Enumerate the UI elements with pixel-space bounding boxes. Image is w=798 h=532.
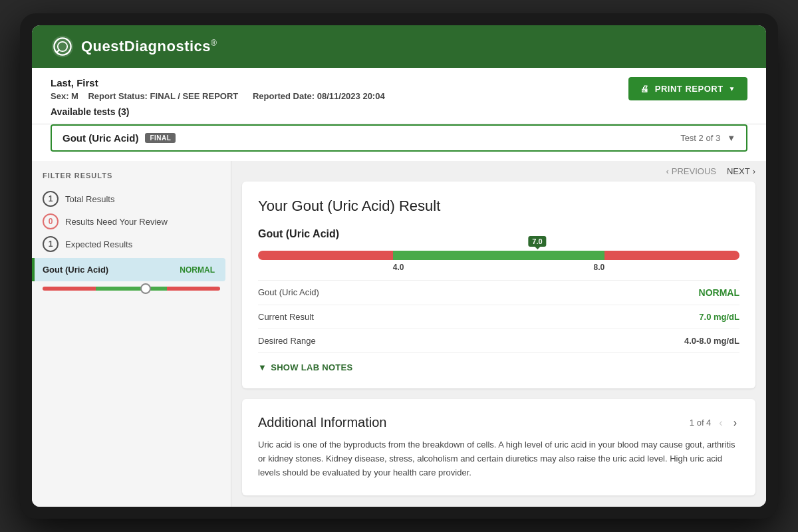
info-card-header: Additional Information 1 of 4 ‹ › — [258, 415, 739, 430]
sex-value: M — [71, 91, 78, 101]
patient-name: Last, First — [51, 77, 385, 88]
slider-track[interactable] — [43, 287, 220, 291]
additional-info-card: Additional Information 1 of 4 ‹ › Uric a… — [242, 399, 755, 495]
range-high: 8.0 — [594, 263, 605, 272]
sex-label: Sex: — [51, 91, 68, 101]
next-button[interactable]: NEXT › — [727, 166, 755, 176]
test-dropdown[interactable]: Gout (Uric Acid) FINAL Test 2 of 3 ▼ — [51, 124, 747, 152]
dropdown-chevron-icon: ▼ — [727, 133, 735, 143]
logo-text: QuestDiagnostics® — [81, 38, 217, 55]
status-value: NORMAL — [699, 287, 739, 298]
content-panel: ‹ PREVIOUS NEXT › Your Gout (Uric Acid) … — [231, 161, 766, 507]
svg-point-0 — [52, 36, 73, 57]
logo-quest: Quest — [81, 38, 124, 55]
slider-thumb[interactable] — [140, 283, 151, 294]
test-dropdown-left: Gout (Uric Acid) FINAL — [63, 132, 176, 144]
prev-page-button[interactable]: ‹ — [716, 416, 725, 430]
range-bar — [258, 251, 739, 260]
additional-info-title: Additional Information — [258, 415, 386, 430]
available-tests: Available tests (3) — [51, 106, 385, 117]
date-value: 08/11/2023 20:04 — [317, 91, 385, 101]
result-row-desired: Desired Range 4.0-8.0 mg/dL — [258, 329, 739, 353]
filter-label-review: Results Need Your Review — [65, 217, 168, 227]
range-bar-wrapper: 7.0 — [258, 251, 739, 260]
test-dropdown-right: Test 2 of 3 ▼ — [680, 133, 735, 143]
filter-label-expected: Expected Results — [65, 239, 132, 249]
show-lab-notes-label: SHOW LAB NOTES — [271, 362, 352, 372]
nav-bar: ‹ PREVIOUS NEXT › — [231, 161, 766, 182]
print-report-button[interactable]: 🖨 PRINT REPORT ▼ — [628, 77, 747, 100]
result-row-status: Gout (Uric Acid) NORMAL — [258, 281, 739, 305]
chevron-down-icon: ▼ — [729, 85, 735, 92]
result-row-current: Current Result 7.0 mg/dL — [258, 305, 739, 329]
patient-meta: Sex: M Report Status: FINAL / SEE REPORT… — [51, 91, 385, 101]
logo-reg: ® — [211, 39, 217, 48]
desired-range-value: 4.0-8.0 mg/dL — [684, 336, 739, 346]
sidebar-test-item-gout[interactable]: Gout (Uric Acid) NORMAL — [32, 258, 225, 281]
filter-badge-review: 0 — [43, 213, 59, 229]
logo-diagnostics: Diagnostics — [124, 38, 211, 55]
range-labels: 4.0 8.0 — [258, 263, 739, 272]
range-bar-container: 7.0 4.0 8.0 — [258, 251, 739, 272]
result-table: Gout (Uric Acid) NORMAL Current Result 7… — [258, 280, 739, 353]
range-low: 4.0 — [393, 263, 404, 272]
filter-total-results: 1 Total Results — [32, 188, 231, 210]
print-label: PRINT REPORT — [655, 84, 724, 94]
test-selector-bar: Gout (Uric Acid) FINAL Test 2 of 3 ▼ — [32, 124, 766, 161]
filter-needs-review: 0 Results Need Your Review — [32, 210, 231, 233]
sidebar-test-name: Gout (Uric Acid) — [43, 265, 108, 275]
filter-label-total: Total Results — [65, 194, 114, 204]
value-indicator: 7.0 — [528, 236, 546, 247]
filter-badge-expected: 1 — [43, 236, 59, 252]
next-page-button[interactable]: › — [731, 416, 739, 430]
quest-logo-icon — [51, 35, 74, 59]
chevron-right-icon: › — [753, 166, 755, 176]
chevron-down-small-icon: ▼ — [258, 362, 267, 372]
current-result-label: Current Result — [258, 312, 314, 322]
result-card: Your Gout (Uric Acid) Result Gout (Uric … — [242, 182, 755, 388]
info-pagination: 1 of 4 ‹ › — [690, 416, 739, 430]
device-frame: QuestDiagnostics® Last, First Sex: M Rep… — [20, 13, 778, 519]
sidebar-test-status: NORMAL — [180, 265, 215, 275]
previous-label: PREVIOUS — [672, 166, 716, 176]
result-subtitle: Gout (Uric Acid) — [258, 228, 739, 240]
final-badge: FINAL — [145, 133, 176, 143]
status-label: Report Status: — [88, 91, 148, 101]
filter-title: FILTER RESULTS — [32, 172, 231, 188]
header: QuestDiagnostics® — [32, 25, 766, 68]
test-counter: Test 2 of 3 — [680, 133, 720, 143]
patient-bar: Last, First Sex: M Report Status: FINAL … — [32, 68, 766, 124]
sidebar: FILTER RESULTS 1 Total Results 0 Results… — [32, 161, 231, 507]
filter-expected: 1 Expected Results — [32, 233, 231, 255]
additional-info-text: Uric acid is one of the byproducts from … — [258, 438, 739, 479]
date-label: Reported Date: — [253, 91, 315, 101]
status-value: FINAL / SEE REPORT — [150, 91, 239, 101]
print-icon: 🖨 — [640, 84, 650, 94]
logo-container: QuestDiagnostics® — [51, 35, 217, 59]
status-label: Gout (Uric Acid) — [258, 287, 319, 298]
main-content: FILTER RESULTS 1 Total Results 0 Results… — [32, 161, 766, 507]
current-result-value: 7.0 mg/dL — [699, 312, 739, 322]
result-card-title: Your Gout (Uric Acid) Result — [258, 198, 739, 215]
slider-container — [32, 284, 231, 296]
screen: QuestDiagnostics® Last, First Sex: M Rep… — [32, 25, 766, 507]
chevron-left-icon: ‹ — [666, 166, 668, 176]
next-label: NEXT — [727, 166, 750, 176]
test-name: Gout (Uric Acid) — [63, 132, 138, 144]
desired-range-label: Desired Range — [258, 336, 316, 346]
show-lab-notes-button[interactable]: ▼ SHOW LAB NOTES — [258, 362, 739, 372]
patient-info: Last, First Sex: M Report Status: FINAL … — [51, 77, 385, 117]
filter-badge-total: 1 — [43, 191, 59, 207]
page-counter: 1 of 4 — [690, 418, 712, 428]
previous-button[interactable]: ‹ PREVIOUS — [666, 166, 716, 176]
